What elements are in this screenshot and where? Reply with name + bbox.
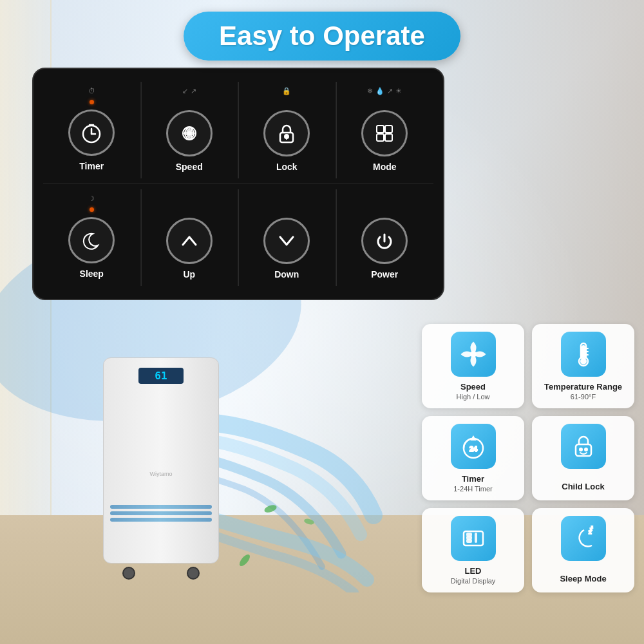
svg-text:z: z	[591, 525, 593, 529]
ac-body: 61 Wiytamo	[103, 357, 219, 564]
feature-title-speed: Speed	[457, 382, 490, 392]
panel-cell-sleep[interactable]: ☽ Sleep	[43, 189, 141, 286]
sleep-top-icons: ☽	[88, 194, 95, 205]
feature-subtitle-speed: High / Low	[457, 393, 490, 401]
feature-text-temperature: Temperature Range 61-90°F	[544, 382, 622, 401]
page-title: Easy to Operate	[219, 21, 425, 51]
speed-label: Speed	[176, 162, 203, 172]
panel-cell-lock[interactable]: 🔒 Lock	[238, 82, 336, 178]
mode-button[interactable]	[361, 110, 408, 156]
panel-cell-power[interactable]: Power	[336, 189, 434, 286]
svg-rect-10	[377, 126, 384, 133]
timer-button[interactable]	[68, 109, 115, 156]
svg-point-31	[585, 448, 587, 451]
fan-icon	[459, 339, 488, 369]
feature-subtitle-temperature: 61-90°F	[544, 393, 622, 401]
feature-box-speed: Speed High / Low	[422, 324, 524, 408]
feature-text-speed: Speed High / Low	[457, 382, 490, 401]
timer24-icon: 24	[459, 431, 488, 461]
power-top-icons	[384, 194, 386, 205]
down-label: Down	[274, 269, 299, 279]
feature-text-sleep: Sleep Mode	[560, 574, 606, 585]
svg-rect-12	[377, 134, 384, 141]
feature-icon-timer: 24	[451, 424, 496, 469]
ac-vent-1	[110, 505, 212, 509]
svg-rect-36	[475, 533, 477, 542]
down-top-icons	[286, 194, 288, 205]
panel-cells-row2: ☽ Sleep	[43, 189, 433, 286]
feature-box-led: LED Digital Display	[422, 508, 524, 592]
svg-text:24: 24	[469, 445, 477, 453]
led-icon	[459, 524, 488, 553]
ac-wheel-left	[122, 567, 135, 580]
svg-point-22	[581, 359, 586, 364]
mode-label: Mode	[373, 162, 397, 172]
lock-top-icons: 🔒	[282, 87, 291, 97]
up-top-icons	[188, 194, 190, 205]
feature-box-sleep: z z z Sleep Mode	[532, 508, 634, 592]
timer-label: Timer	[79, 161, 104, 171]
ac-display: 61	[138, 368, 184, 384]
feature-icon-speed	[451, 332, 496, 377]
feature-title-temperature: Temperature Range	[544, 382, 622, 392]
feature-box-timer: 24 Timer 1-24H Timer	[422, 416, 524, 500]
childlock-icon	[569, 431, 598, 461]
feature-icon-sleep: z z z	[561, 516, 606, 561]
lock-button[interactable]	[263, 110, 310, 156]
svg-rect-33	[467, 533, 471, 536]
svg-point-30	[580, 448, 582, 451]
feature-title-sleep: Sleep Mode	[560, 574, 606, 583]
panel-cell-up[interactable]: Up	[141, 189, 239, 286]
feature-title-timer: Timer	[453, 474, 493, 484]
sleep-icon: z z z	[569, 524, 598, 553]
power-button[interactable]	[361, 218, 408, 264]
feature-text-childlock: Child Lock	[562, 482, 604, 493]
timer-top-icon: ⏱	[88, 87, 95, 97]
feature-title-childlock: Child Lock	[562, 482, 604, 491]
ac-vent-2	[110, 511, 212, 515]
ac-brand: Wiytamo	[149, 471, 172, 477]
control-panel: ⏱ Timer	[32, 68, 444, 300]
ac-vent-3	[110, 518, 212, 522]
panel-row-1: ⏱ Timer	[43, 82, 433, 184]
feature-subtitle-led: Digital Display	[451, 577, 496, 585]
panel-cell-down[interactable]: Down	[238, 189, 336, 286]
sleep-label: Sleep	[80, 269, 104, 279]
svg-rect-11	[385, 126, 392, 133]
up-label: Up	[183, 269, 195, 279]
ac-display-text: 61	[155, 370, 167, 382]
panel-cell-mode[interactable]: ❄ 💧 ↗ ☀ Mode	[336, 82, 434, 178]
lock-label: Lock	[276, 162, 298, 172]
ac-wheels	[97, 567, 225, 580]
mode-top-icons: ❄ 💧 ↗ ☀	[367, 87, 402, 97]
feature-icon-childlock	[561, 424, 606, 469]
down-button[interactable]	[263, 218, 310, 264]
feature-icon-led	[451, 516, 496, 561]
feature-text-led: LED Digital Display	[451, 566, 496, 585]
timer-indicator-dot	[90, 100, 94, 104]
sleep-button[interactable]	[68, 217, 115, 263]
timer-top-icons: ⏱	[88, 87, 95, 97]
panel-cell-timer[interactable]: ⏱ Timer	[43, 82, 141, 178]
panel-row-2: ☽ Sleep	[43, 189, 433, 286]
power-label: Power	[371, 269, 398, 279]
panel-cells-row1: ⏱ Timer	[43, 82, 433, 178]
thermometer-icon	[569, 339, 598, 369]
svg-rect-34	[467, 536, 471, 539]
features-panel: Speed High / Low Temperature Range 61-90…	[422, 324, 634, 592]
ac-wheel-right	[187, 567, 200, 580]
feature-title-led: LED	[451, 566, 496, 576]
svg-rect-23	[582, 346, 585, 357]
feature-subtitle-timer: 1-24H Timer	[453, 485, 493, 493]
speed-button[interactable]	[166, 110, 213, 156]
feature-text-timer: Timer 1-24H Timer	[453, 474, 493, 493]
feature-icon-temperature	[561, 332, 606, 377]
feature-box-temperature: Temperature Range 61-90°F	[532, 324, 634, 408]
panel-cell-speed[interactable]: ↙ ↗	[141, 82, 239, 178]
sleep-indicator-dot	[90, 207, 94, 212]
title-bubble: Easy to Operate	[184, 12, 460, 61]
svg-rect-35	[467, 540, 471, 542]
speed-top-icons: ↙ ↗	[182, 87, 196, 97]
ac-unit: 61 Wiytamo	[97, 357, 225, 580]
up-button[interactable]	[166, 218, 213, 264]
